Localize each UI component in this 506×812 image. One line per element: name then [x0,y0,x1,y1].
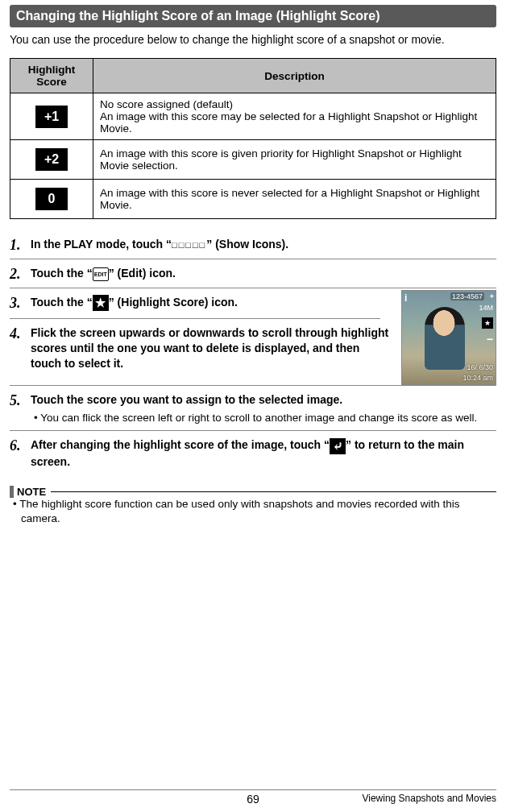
note-block: NOTE • The highlight score function can … [10,485,496,525]
step-number: 5. [10,392,31,425]
table-row: +2 An image with this score is given pri… [10,140,496,180]
step-number: 3. [10,295,31,312]
step-number: 1. [10,237,31,254]
step-number: 2. [10,266,31,283]
steps-list: 1. In the PLAY mode, touch “□□□□□” (Show… [10,232,496,474]
step-text: After changing the highlight score of th… [31,438,330,451]
highlight-score-star-icon: ★ [93,295,109,311]
th-score: Highlight Score [10,59,93,93]
desc-plus2: An image with this score is given priori… [93,140,496,180]
step-number: 6. [10,437,31,469]
step-text: Touch the “ [31,267,93,280]
note-label: NOTE [10,486,51,498]
photo-subject [425,307,465,370]
page-footer: 69 Viewing Snapshots and Movies [10,789,496,806]
step-3: 3. Touch the “★” (Highlight Score) icon. [10,290,393,317]
date-label: 16/ 6/30 [467,363,493,371]
step-text: Flick the screen upwards or downwards to… [31,325,393,371]
footer-section-title: Viewing Snapshots and Movies [362,793,496,804]
show-icons-icon: □□□□□ [172,240,206,250]
score-badge-zero: 0 [35,188,68,210]
edit-icon: EDIT [93,267,109,281]
step-4: 4. Flick the screen upwards or downwards… [10,321,393,376]
step-6: 6. After changing the highlight score of… [10,433,496,474]
star-icon: ★ [482,317,493,329]
step-text: ” (Highlight Score) icon. [109,296,238,309]
step-text: Touch the “ [31,296,93,309]
example-screenshot: i 123-4567 + 14M ★ − 16/ 6/30 10:24 am [401,290,496,385]
table-row: 0 An image with this score is never sele… [10,180,496,219]
note-body: • The highlight score function can be us… [10,497,496,525]
step-2: 2. Touch the “EDIT” (Edit) icon. [10,261,496,288]
th-desc: Description [93,59,496,93]
desc-plus1: No score assigned (default) An image wit… [93,93,496,140]
resolution-label: 14M [479,304,493,312]
plus-icon: + [490,292,494,300]
score-badge-plus1: +1 [35,106,68,128]
return-arrow-icon: ⤶ [330,438,346,454]
step-subtext: • You can flick the screen left or right… [31,411,496,425]
desc-zero: An image with this score is never select… [93,180,496,219]
step-1: 1. In the PLAY mode, touch “□□□□□” (Show… [10,232,496,259]
info-icon: i [404,292,407,304]
step-text: ” (Edit) icon. [109,267,176,280]
highlight-score-table: Highlight Score Description +1 No score … [10,58,496,219]
section-title: Changing the Highlight Score of an Image… [10,5,496,27]
step-text: Touch the score you want to assign to th… [31,393,342,406]
image-number: 123-4567 [450,292,484,300]
step-5: 5. Touch the score you want to assign to… [10,387,496,430]
score-badge-plus2: +2 [35,148,68,171]
step-number: 4. [10,325,31,371]
intro-text: You can use the procedure below to chang… [10,32,496,47]
time-label: 10:24 am [462,374,493,382]
minus-icon: − [487,333,493,346]
table-row: +1 No score assigned (default) An image … [10,93,496,140]
step-text: In the PLAY mode, touch “ [31,238,172,251]
step-text: ” (Show Icons). [206,238,288,251]
page-number: 69 [247,793,259,806]
